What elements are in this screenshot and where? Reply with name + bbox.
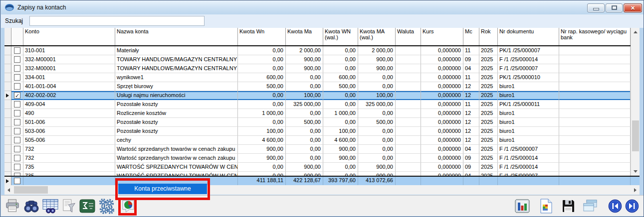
row-select-cell[interactable]	[11, 136, 23, 145]
row-select-cell[interactable]	[11, 109, 23, 118]
search-button[interactable]	[23, 198, 40, 215]
row-select-cell[interactable]	[11, 118, 23, 127]
table-row[interactable]: 490Rozliczenie kosztów1 000,000,001 000,…	[4, 109, 631, 118]
row-select-cell[interactable]	[11, 82, 23, 91]
row-select-cell[interactable]	[11, 154, 23, 163]
table-row[interactable]: 409-004Pozostałe koszty0,00325 000,000,0…	[4, 100, 631, 109]
vertical-scroll-thumb[interactable]	[632, 120, 639, 151]
minimize-button[interactable]	[587, 3, 605, 12]
filter-report-button[interactable]	[61, 198, 78, 215]
window-title: Zapisy na kontach	[17, 4, 66, 11]
column-header-kwota_ma[interactable]: Kwota Ma	[286, 28, 323, 45]
row-checkbox[interactable]	[14, 128, 20, 134]
table-row[interactable]: 332-M00001TOWARY HANDLOWE/MAGAZYN CENTRA…	[4, 55, 631, 64]
row-checkbox[interactable]	[14, 47, 20, 54]
row-checkbox[interactable]: ✓	[14, 92, 20, 99]
cell-mc: 12	[463, 136, 479, 145]
cell-mc: 12	[463, 118, 479, 127]
scroll-left-button[interactable]	[4, 185, 13, 195]
column-header-kwota_wn[interactable]: Kwota Wn	[238, 28, 286, 45]
column-header-nr_rap[interactable]: Nr rap. kasowego/ wyciągu bank	[559, 28, 631, 45]
row-checkbox[interactable]	[14, 110, 20, 116]
titlebar[interactable]: Zapisy na kontach ✕	[1, 0, 644, 14]
column-header-waluta[interactable]: Waluta	[396, 28, 421, 45]
scroll-right-button[interactable]	[631, 185, 640, 195]
cell-nazwa: Rozliczenie kosztów	[115, 109, 238, 118]
row-select-cell[interactable]	[11, 46, 23, 55]
table-row[interactable]: 732Wartość sprzedanych towarów w cenach …	[4, 154, 631, 163]
column-header-kwota_wn_wal[interactable]: Kwota WN (wal.)	[323, 28, 358, 45]
cell-kwota_wn: 0,00	[238, 55, 286, 64]
chart-button[interactable]	[514, 198, 531, 215]
table-row[interactable]: ✓402-002-002Usługi najmu nieruchomości0,…	[4, 91, 631, 100]
row-checkbox[interactable]	[14, 155, 20, 161]
row-checkbox[interactable]	[14, 56, 20, 63]
row-checkbox[interactable]	[14, 119, 20, 125]
windows-button[interactable]	[582, 198, 599, 215]
summary-cell-mc	[463, 177, 479, 185]
scroll-down-button[interactable]	[631, 167, 640, 176]
row-checkbox[interactable]	[14, 137, 20, 143]
cell-nr_dokumentu: F /1 /25/000014	[498, 163, 559, 172]
row-select-cell[interactable]	[11, 100, 23, 109]
cell-kwota_wn_wal: 500,00	[323, 82, 358, 91]
summary-select-cell[interactable]	[11, 177, 23, 185]
row-checkbox[interactable]	[14, 164, 20, 170]
row-select-cell[interactable]	[11, 127, 23, 136]
table-row[interactable]: 334-001wynikowe1600,000,00600,000,000,00…	[4, 73, 631, 82]
row-checkbox[interactable]	[14, 74, 20, 81]
column-header-konto[interactable]: Konto	[23, 28, 115, 45]
last-record-button[interactable]	[624, 198, 641, 215]
app-window: Zapisy na kontach ✕ Szukaj KontoNazwa ko…	[0, 0, 644, 217]
maximize-button[interactable]	[606, 3, 623, 12]
table-row[interactable]: 732Wartość sprzedanych towarów w cenach …	[4, 145, 631, 154]
cell-nazwa: WARTOŚĆ SPRZEDANYCH TOWARÓW W CENI	[115, 172, 238, 176]
row-select-cell[interactable]	[11, 172, 23, 176]
cell-nr_dokumentu: F /1 /25/000014	[498, 154, 559, 163]
cell-konto: 735	[23, 163, 115, 172]
table-row[interactable]: 501-006Pozostałe koszty0,00500,000,00500…	[4, 118, 631, 127]
cell-kurs: 0,000000	[421, 55, 463, 64]
table-row[interactable]: 505-006cechy4 600,000,004 600,000,000,00…	[4, 136, 631, 145]
table-row[interactable]: 310-001Materiały0,002 000,000,002 000,00…	[4, 46, 631, 55]
row-indicator	[4, 91, 11, 100]
print-button[interactable]	[4, 198, 21, 215]
row-checkbox[interactable]	[14, 83, 20, 90]
search-input[interactable]	[29, 16, 205, 26]
report-button[interactable]	[538, 198, 555, 215]
summary-checkbox[interactable]	[14, 178, 20, 184]
row-checkbox[interactable]	[14, 65, 20, 72]
table-search-button[interactable]	[42, 198, 59, 215]
close-button[interactable]: ✕	[624, 3, 642, 12]
table-row[interactable]: 332-M00001TOWARY HANDLOWE/MAGAZYN CENTRA…	[4, 64, 631, 73]
column-header-nr_dokumentu[interactable]: Nr dokumentu	[498, 28, 559, 45]
sum-button[interactable]	[79, 198, 96, 215]
column-header-mc[interactable]: Mc	[463, 28, 479, 45]
column-header-rok[interactable]: Rok	[479, 28, 498, 45]
row-select-cell[interactable]	[11, 163, 23, 172]
cell-kwota_ma: 0,00	[286, 82, 323, 91]
first-record-button[interactable]	[607, 198, 624, 215]
row-select-cell[interactable]	[11, 73, 23, 82]
table-row[interactable]: 735WARTOŚĆ SPRZEDANYCH TOWARÓW W CENI0,0…	[4, 163, 631, 172]
table-row[interactable]: 401-001-004Sprzęt biurowy500,000,00500,0…	[4, 82, 631, 91]
row-select-cell[interactable]	[11, 145, 23, 154]
table-row[interactable]: 503-006Pozostałe koszty100,000,00100,000…	[4, 127, 631, 136]
vertical-scrollbar[interactable]	[631, 28, 640, 176]
row-select-cell[interactable]	[11, 64, 23, 73]
horizontal-scroll-thumb[interactable]	[14, 186, 48, 194]
row-select-cell[interactable]: ✓	[11, 91, 23, 100]
horizontal-scrollbar[interactable]	[4, 185, 640, 195]
column-header-kurs[interactable]: Kurs	[421, 28, 463, 45]
table-row[interactable]: 735WARTOŚĆ SPRZEDANYCH TOWARÓW W CENI0,0…	[4, 172, 631, 176]
column-header-kwota_ma_wal[interactable]: Kwota MA (wal.)	[358, 28, 396, 45]
cell-nr_rap	[559, 64, 631, 73]
cell-waluta	[396, 73, 421, 82]
save-button[interactable]	[560, 198, 577, 215]
scroll-up-button[interactable]	[631, 28, 640, 36]
row-checkbox[interactable]	[14, 101, 20, 108]
row-select-cell[interactable]	[11, 55, 23, 64]
settings-button[interactable]	[98, 198, 115, 215]
row-checkbox[interactable]	[14, 146, 20, 152]
column-header-nazwa[interactable]: Nazwa konta	[115, 28, 238, 45]
